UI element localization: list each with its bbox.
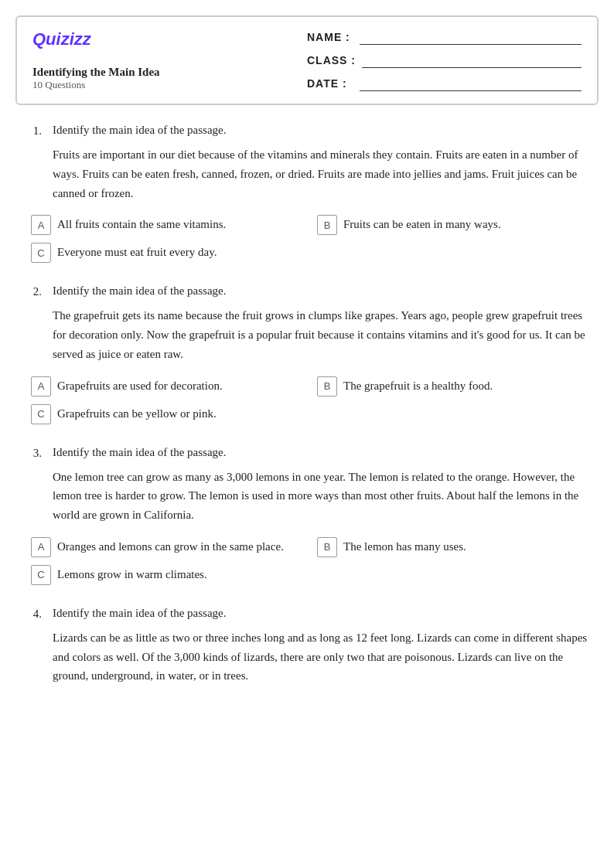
answer-3-B[interactable]: BThe lemon has many uses.: [317, 537, 591, 557]
question-header-2: 2.Identify the main idea of the passage.: [23, 284, 591, 298]
answer-label-2-B: B: [317, 376, 337, 397]
answer-3-C[interactable]: CLemons grow in warm climates.: [31, 565, 305, 585]
question-1: 1.Identify the main idea of the passage.…: [23, 124, 591, 263]
date-label: DATE :: [307, 77, 353, 90]
answers-2: AGrapefruits are used for decoration.BTh…: [31, 376, 591, 424]
header-right: NAME : CLASS : DATE :: [307, 29, 582, 91]
answer-text-1-B: Fruits can be eaten in many ways.: [343, 215, 501, 233]
answer-text-3-B: The lemon has many uses.: [343, 537, 466, 556]
date-line[interactable]: [360, 76, 582, 91]
answer-label-1-A: A: [31, 215, 51, 235]
question-header-1: 1.Identify the main idea of the passage.: [23, 124, 591, 138]
passage-2: The grapefruit gets its name because the…: [53, 306, 591, 363]
answer-label-1-B: B: [317, 215, 337, 235]
quiz-subtitle: 10 Questions: [32, 79, 307, 91]
answer-2-C[interactable]: CGrapefruits can be yellow or pink.: [31, 404, 305, 424]
name-row: NAME :: [307, 29, 582, 45]
name-label: NAME :: [307, 31, 353, 43]
answer-label-1-C: C: [31, 243, 51, 263]
answer-text-1-A: All fruits contain the same vitamins.: [57, 215, 226, 233]
question-number-1: 1.: [23, 124, 42, 138]
passage-3: One lemon tree can grow as many as 3,000…: [53, 468, 591, 525]
question-3: 3.Identify the main idea of the passage.…: [23, 446, 591, 585]
answer-text-3-A: Oranges and lemons can grow in the same …: [57, 537, 284, 556]
question-text-2: Identify the main idea of the passage.: [53, 284, 227, 298]
question-text-3: Identify the main idea of the passage.: [53, 446, 227, 460]
answer-2-B[interactable]: BThe grapefruit is a healthy food.: [317, 376, 591, 397]
answer-text-2-B: The grapefruit is a healthy food.: [343, 376, 493, 395]
answer-1-A[interactable]: AAll fruits contain the same vitamins.: [31, 215, 305, 235]
question-text-1: Identify the main idea of the passage.: [53, 124, 227, 138]
question-header-3: 3.Identify the main idea of the passage.: [23, 446, 591, 460]
class-label: CLASS :: [307, 54, 356, 66]
answer-3-A[interactable]: AOranges and lemons can grow in the same…: [31, 537, 305, 557]
answer-text-1-C: Everyone must eat fruit every day.: [57, 243, 217, 261]
passage-4: Lizards can be as little as two or three…: [53, 628, 591, 686]
answers-3: AOranges and lemons can grow in the same…: [31, 537, 591, 585]
answers-1: AAll fruits contain the same vitamins.BF…: [31, 215, 591, 263]
answer-label-3-B: B: [317, 537, 337, 557]
answer-label-2-A: A: [31, 376, 51, 397]
class-row: CLASS :: [307, 53, 582, 68]
answer-label-3-A: A: [31, 537, 51, 557]
answer-text-2-C: Grapefruits can be yellow or pink.: [57, 404, 217, 423]
answer-2-A[interactable]: AGrapefruits are used for decoration.: [31, 376, 305, 397]
question-2: 2.Identify the main idea of the passage.…: [23, 284, 591, 424]
class-line[interactable]: [362, 53, 582, 68]
question-text-4: Identify the main idea of the passage.: [53, 607, 227, 621]
quiz-title: Identifying the Main Idea: [32, 66, 307, 79]
passage-1: Fruits are important in our diet because…: [53, 145, 591, 203]
answer-text-3-C: Lemons grow in warm climates.: [57, 565, 207, 584]
answer-1-B[interactable]: BFruits can be eaten in many ways.: [317, 215, 591, 235]
answer-label-2-C: C: [31, 404, 51, 424]
date-row: DATE :: [307, 76, 582, 91]
question-number-2: 2.: [23, 284, 42, 298]
question-number-4: 4.: [23, 607, 42, 621]
content: 1.Identify the main idea of the passage.…: [15, 124, 599, 686]
header-left: Quizizz Identifying the Main Idea 10 Que…: [32, 29, 307, 91]
header-box: Quizizz Identifying the Main Idea 10 Que…: [15, 15, 599, 105]
answer-text-2-A: Grapefruits are used for decoration.: [57, 376, 223, 395]
answer-1-C[interactable]: CEveryone must eat fruit every day.: [31, 243, 305, 263]
question-4: 4.Identify the main idea of the passage.…: [23, 607, 591, 686]
quizizz-logo: Quizizz: [32, 29, 307, 49]
question-number-3: 3.: [23, 446, 42, 460]
name-line[interactable]: [360, 29, 582, 45]
question-header-4: 4.Identify the main idea of the passage.: [23, 607, 591, 621]
answer-label-3-C: C: [31, 565, 51, 585]
